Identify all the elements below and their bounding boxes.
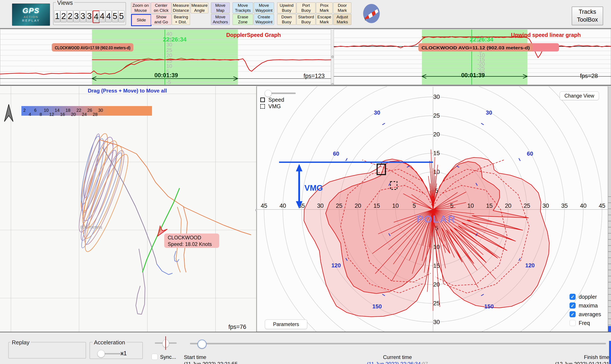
svg-text:30: 30 [486,109,492,116]
svg-text:Speed: 18.02 Knots: Speed: 18.02 Knots [168,241,212,247]
svg-text:25: 25 [433,300,440,307]
toolbar-button-door-mark[interactable]: Door Mark [333,2,351,13]
timeline-edge-marker [609,341,611,364]
sync-checkbox[interactable] [152,354,158,360]
toolbar-button-down-buoy[interactable]: Down Buoy [277,14,296,25]
svg-text:25: 25 [433,112,440,119]
toolbar-button-erase-zone[interactable]: Erase Zone [233,14,253,25]
toolbar-button-move-anchors[interactable]: Move Anchors [211,14,230,25]
track-map[interactable]: 26101418222630481216202428CLOCKWOODSpeed… [0,86,256,332]
polar-diagram[interactable]: 4540353025201510551015202530354045302520… [257,86,608,332]
svg-text:30: 30 [98,108,103,113]
svg-text:20: 20 [71,112,76,117]
acceleration-slider-knob[interactable] [97,350,105,357]
svg-text:00:01:39: 00:01:39 [154,72,178,78]
layer-checkbox-Freq[interactable] [570,320,576,326]
toolbar-button-escape-mark[interactable]: Escape Mark [316,14,332,25]
views-group-label: Views [56,0,74,6]
speed-curve-marker-icon[interactable] [260,98,265,102]
polar-zoom-slider-knob[interactable] [265,90,272,97]
layer-checkbox-doppler[interactable]: ✓ [570,294,576,300]
toolbar-button-prox-mark[interactable]: Prox Mark [316,2,332,13]
view-button-11[interactable]: 5 [118,11,124,22]
layer-row-averages: ✓averages [570,310,601,319]
view-button-9[interactable]: 4 [106,11,112,22]
polar-legend: Speed VMG [260,96,284,110]
view-button-4[interactable]: 3 [73,11,80,22]
acceleration-group-label: Acceleration [93,339,126,346]
svg-text:25: 25 [524,203,530,209]
svg-text:30: 30 [433,94,440,100]
svg-text:15: 15 [486,203,493,209]
vmg-curve-marker-icon[interactable] [260,104,265,109]
svg-text:10: 10 [44,108,49,113]
toolbar-button-upwind-buoy[interactable]: Upwind Buoy [277,2,296,13]
layer-checkbox-maxima[interactable]: ✓ [570,302,576,309]
svg-text:DopplerSpeed Graph: DopplerSpeed Graph [226,32,281,38]
graph-splitter-handle[interactable] [331,55,334,58]
main-toolbar: GPS ACTION REPLAY Views 12233344455 Zoom… [0,0,611,28]
toolbar-button-create-waypoint[interactable]: Create Waypoint [254,14,274,25]
change-view-button[interactable]: Change View [560,91,599,100]
toolbar-button-center-on-click[interactable]: Center on Click [151,2,172,13]
parameters-button[interactable]: Parameters [265,320,307,329]
start-time-block: Start time (11 Jun 2022) 22:21:55 [184,354,238,364]
toolbar-button-bearing-dist-[interactable]: Bearing + Dist. [172,14,190,25]
windsock-icon [361,3,382,24]
upwind-speed-graph[interactable]: 1050-5-10-15-20-25-3022:26:3400:01:39CLO… [334,29,611,85]
svg-text:30: 30 [433,319,440,325]
toolbar-button-show-and-go[interactable]: Show and Go [151,14,172,25]
svg-text:00:01:39: 00:01:39 [461,72,485,78]
svg-text:35: 35 [561,203,568,209]
toolbar-button-slide[interactable]: Slide [131,14,152,26]
toolbar-button-measure-distance[interactable]: Measure Distance [172,2,190,13]
view-button-10[interactable]: 5 [112,11,118,22]
svg-text:18: 18 [66,108,70,113]
svg-text:Drag (Press + Move) to Move al: Drag (Press + Move) to Move all [88,88,167,94]
toolbar-button-port-buoy[interactable]: Port Buoy [297,2,316,13]
sync-cursor-line [165,336,166,350]
toolbar-button-starbord-buoy[interactable]: Starbord Buoy [297,14,316,25]
scrollbar-ticks [608,196,611,325]
svg-text:22:26:34: 22:26:34 [163,36,186,43]
view-button-6[interactable]: 3 [86,11,92,22]
svg-text:45: 45 [599,203,605,209]
replay-group-label: Replay [11,339,31,346]
svg-text:40: 40 [580,203,586,209]
svg-text:60: 60 [333,150,339,157]
svg-text:14: 14 [54,108,59,113]
toolbar-button-measure-angle[interactable]: Measure Angle [191,2,208,13]
toolbar-button-adjust-marks[interactable]: Adjust Marks [333,14,351,25]
speed-legend-label: Speed [268,97,284,103]
view-button-5[interactable]: 3 [80,11,86,22]
toolbar-button-zoom-on-mouse[interactable]: Zoom on Mouse [131,2,150,13]
svg-text:fps=28: fps=28 [580,73,598,79]
layer-checkbox-averages[interactable]: ✓ [570,311,576,317]
doppler-speed-graph[interactable]: 403530252015105-522:26:3400:01:39CLOCKWO… [0,29,331,85]
view-button-3[interactable]: 2 [67,11,73,22]
toolbar-button-move-trackpts[interactable]: Move Trackpts [233,2,253,13]
view-button-8[interactable]: 4 [99,11,105,22]
tracks-toolbox-button[interactable]: Tracks ToolBox [572,7,603,25]
svg-text:Upwind speed linear graph: Upwind speed linear graph [511,32,581,38]
svg-text:30: 30 [543,203,549,209]
polar-zoom-slider[interactable] [271,92,296,94]
scrollbar-thumb[interactable] [608,326,611,332]
toolbar-button-move-waypoint[interactable]: Move Waypoint [254,2,274,13]
current-time-fraction: :97 [421,361,428,364]
view-button-7[interactable]: 4 [93,11,100,23]
timeline-slider[interactable] [190,343,606,344]
svg-text:800 meters: 800 meters [80,225,102,230]
vertical-scrollbar[interactable] [608,86,611,332]
toolbar-button-move-map[interactable]: Move Map [211,2,230,13]
svg-text:20: 20 [505,203,511,209]
acceleration-value: x1 [120,350,127,357]
svg-text:CLOCKWOOD AVG=11.12 (902.03 me: CLOCKWOOD AVG=11.12 (902.03 meters-d) [422,45,530,50]
svg-text:40: 40 [166,31,172,37]
svg-text:8: 8 [40,112,42,117]
view-button-2[interactable]: 2 [61,11,66,22]
app-logo: GPS ACTION REPLAY [12,3,50,26]
timeline-slider-knob[interactable] [197,339,207,349]
svg-text:15: 15 [433,150,440,156]
view-button-1[interactable]: 1 [54,11,60,22]
